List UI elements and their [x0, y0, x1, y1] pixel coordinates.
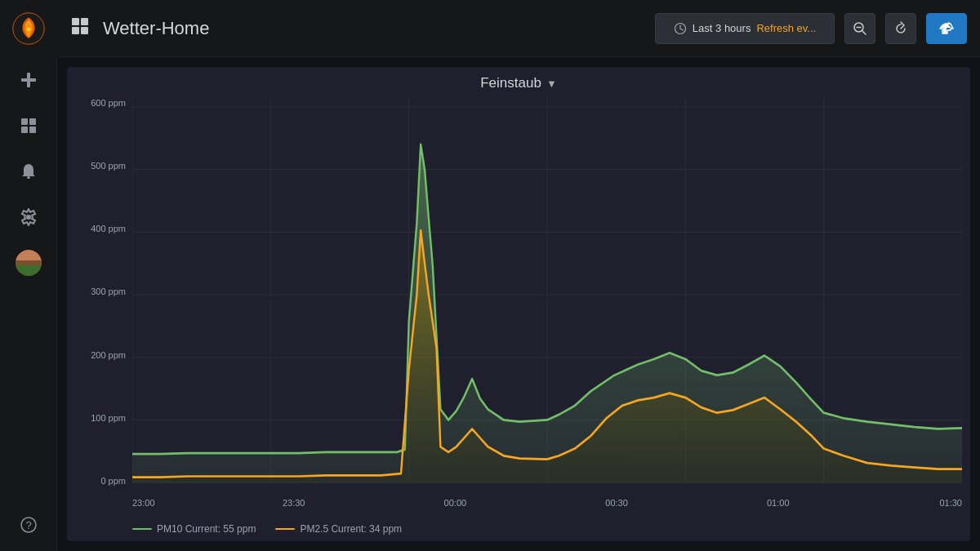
svg-rect-8	[29, 127, 36, 133]
y-label-200: 200 ppm	[91, 350, 126, 360]
svg-point-2	[26, 27, 30, 31]
content-area: Feinstaub ▼ 600 ppm 500 ppm 400 ppm 300 …	[57, 57, 980, 551]
x-label-0000: 00:00	[444, 498, 467, 508]
topbar: Wetter-Home Last 3 hours Refresh ev...	[57, 0, 980, 57]
panel-header: Feinstaub ▼	[67, 75, 970, 98]
grafana-logo-icon	[12, 12, 45, 45]
bell-icon	[20, 162, 38, 180]
sidebar-logo	[0, 0, 57, 57]
svg-text:?: ?	[25, 519, 31, 531]
chart-area: 600 ppm 500 ppm 400 ppm 300 ppm 200 ppm …	[67, 98, 970, 518]
x-label-0100: 01:00	[767, 498, 790, 508]
plus-icon	[20, 71, 38, 89]
svg-rect-13	[72, 18, 79, 25]
panel-feinstaub: Feinstaub ▼ 600 ppm 500 ppm 400 ppm 300 …	[67, 67, 970, 541]
panel-title-text: Feinstaub	[480, 75, 541, 91]
zoom-button[interactable]	[844, 13, 875, 44]
back-icon	[938, 20, 955, 37]
dashboards-icon	[20, 117, 38, 135]
y-label-300: 300 ppm	[91, 287, 126, 296]
x-label-2330: 23:30	[283, 498, 305, 508]
clock-icon	[674, 22, 687, 35]
legend-pm10-label: PM10 Current: 55 ppm	[157, 523, 256, 535]
panel-dropdown-arrow: ▼	[546, 78, 557, 90]
svg-rect-15	[72, 27, 79, 34]
time-range-button[interactable]: Last 3 hours Refresh ev...	[655, 13, 835, 44]
sidebar: ?	[0, 0, 57, 551]
svg-rect-5	[21, 118, 28, 125]
y-label-100: 100 ppm	[91, 413, 126, 423]
legend-pm10-line	[132, 528, 152, 530]
y-label-400: 400 ppm	[91, 224, 126, 233]
back-button[interactable]	[926, 13, 967, 44]
chart-legend: PM10 Current: 55 ppm PM2.5 Current: 34 p…	[67, 518, 970, 541]
svg-point-10	[26, 215, 31, 220]
chart-svg	[132, 98, 962, 518]
svg-rect-16	[81, 27, 88, 34]
gear-icon	[20, 208, 38, 226]
legend-pm10: PM10 Current: 55 ppm	[132, 523, 256, 535]
main-area: Wetter-Home Last 3 hours Refresh ev...	[57, 0, 980, 551]
svg-rect-4	[21, 78, 36, 82]
legend-pm25: PM2.5 Current: 34 ppm	[275, 523, 402, 535]
svg-rect-9	[27, 176, 30, 179]
x-label-0030: 00:30	[605, 498, 628, 508]
sidebar-item-add[interactable]	[0, 57, 57, 103]
time-range-label: Last 3 hours	[693, 22, 751, 34]
y-label-500: 500 ppm	[91, 161, 126, 171]
legend-pm25-label: PM2.5 Current: 34 ppm	[300, 523, 402, 535]
sidebar-item-profile[interactable]	[0, 240, 57, 286]
svg-rect-6	[29, 118, 36, 125]
sidebar-item-alerts[interactable]	[0, 149, 57, 194]
x-label-0130: 01:30	[939, 498, 962, 508]
legend-pm25-line	[275, 528, 295, 530]
refresh-button[interactable]	[885, 13, 916, 44]
help-icon: ?	[20, 516, 38, 534]
sidebar-item-settings[interactable]	[0, 194, 57, 240]
topbar-grid-icon	[70, 16, 90, 41]
y-axis: 600 ppm 500 ppm 400 ppm 300 ppm 200 ppm …	[75, 98, 132, 486]
refresh-label: Refresh ev...	[756, 22, 816, 34]
y-label-600: 600 ppm	[91, 98, 126, 108]
y-label-0: 0 ppm	[100, 476, 126, 486]
panel-title[interactable]: Feinstaub ▼	[480, 75, 557, 91]
svg-rect-7	[21, 127, 28, 133]
x-axis: 23:00 23:30 00:00 00:30 01:00 01:30	[132, 494, 962, 518]
x-label-2300: 23:00	[132, 498, 155, 508]
zoom-icon	[853, 21, 867, 36]
sidebar-item-help[interactable]: ?	[0, 502, 57, 548]
refresh-icon	[893, 21, 908, 36]
svg-line-19	[862, 30, 866, 34]
page-title: Wetter-Home	[103, 18, 209, 39]
svg-rect-14	[81, 18, 88, 25]
sidebar-item-dashboards[interactable]	[0, 103, 57, 149]
